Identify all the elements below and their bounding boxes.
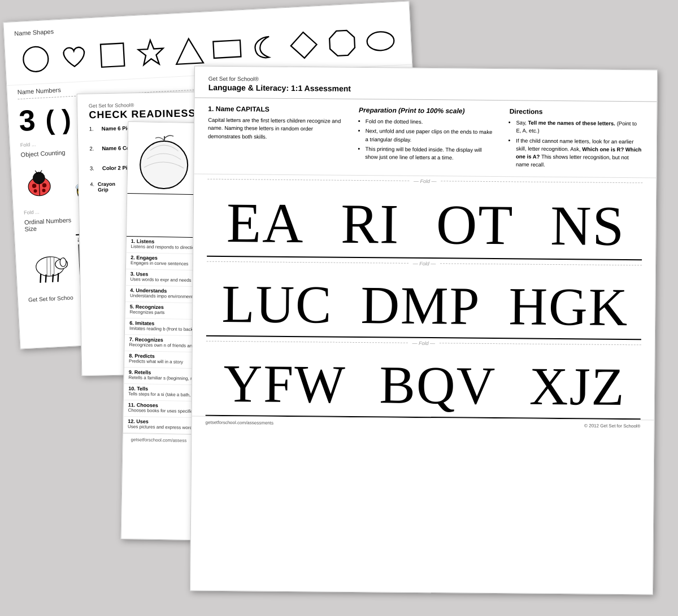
letter-T: T <box>478 196 512 254</box>
prep-item-3: This printing will be folded inside. The… <box>365 145 492 162</box>
letter-group-RI: R I <box>341 195 398 252</box>
letter-I: I <box>380 196 398 252</box>
svg-line-27 <box>45 274 46 282</box>
footer-right: © 2012 Get Set for School® <box>584 423 640 429</box>
letter-group-NS: N S <box>550 197 623 254</box>
fold-text-1: — Fold — <box>414 178 437 184</box>
svg-rect-4 <box>214 40 241 58</box>
dir-item-2: If the child cannot name letters, look f… <box>516 137 643 170</box>
letter-group-OT: O T <box>436 196 512 254</box>
svg-marker-5 <box>290 32 318 59</box>
assess-section-1-title: 1. Name CAPITALS <box>208 105 342 114</box>
shape-triangle <box>173 35 206 68</box>
page-assessment: Get Set for School® Language & Literacy:… <box>190 65 658 595</box>
ladybug-icon <box>21 165 57 201</box>
assess-section-prep: Preparation (Print to 100% scale) Fold o… <box>358 106 493 171</box>
letter-K: K <box>588 280 626 334</box>
letter-P: P <box>449 279 479 333</box>
letter-A: A <box>262 195 302 252</box>
letter-Q: Q <box>416 358 454 412</box>
assess-dir-body: Say, Tell me the names of these letters.… <box>509 119 643 170</box>
svg-rect-1 <box>101 43 124 67</box>
letter-group-HGK: H G K <box>508 279 627 334</box>
apple-area <box>135 128 193 191</box>
svg-line-29 <box>58 273 59 282</box>
svg-line-26 <box>40 274 41 283</box>
letter-G: G <box>549 279 586 334</box>
letters-section-3: Y F W B Q V X J Z <box>192 346 655 420</box>
fold-line-right-3 <box>440 343 641 345</box>
letter-group-YFW: Y F W <box>223 356 344 411</box>
assess-title-block: Language & Literacy: 1:1 Assessment <box>208 83 351 93</box>
svg-line-28 <box>52 274 53 282</box>
svg-point-33 <box>140 141 188 189</box>
letter-W: W <box>294 357 344 412</box>
footer-left: getsetforschool.com/assessments <box>206 420 274 425</box>
item2-num: 2. <box>89 145 97 151</box>
letter-M: M <box>401 278 447 333</box>
letter-H: H <box>508 279 546 334</box>
shape-oval <box>364 25 397 58</box>
assess-header: Get Set for School® Language & Literacy:… <box>195 66 657 102</box>
fold-line-right-2 <box>440 263 642 265</box>
shape-rectangle <box>211 33 244 65</box>
letter-L: L <box>221 277 254 330</box>
item3-num: 3. <box>90 165 98 171</box>
letter-group-DMP: D M P <box>360 278 479 333</box>
letters-section-1: E A R I O T N S <box>193 184 656 260</box>
item1-num: 1. <box>89 125 97 132</box>
letter-group-EA: E A <box>227 194 302 251</box>
letter-O: O <box>436 196 476 254</box>
letter-group-XJZ: X J Z <box>529 359 623 413</box>
svg-marker-3 <box>175 38 203 64</box>
assess-subtitle: Language & Literacy: 1:1 Assessment <box>208 83 351 93</box>
svg-point-25 <box>60 257 67 267</box>
letter-Y: Y <box>223 356 261 410</box>
shape-diamond <box>288 29 320 62</box>
svg-marker-2 <box>138 40 164 65</box>
letter-group-BQV: B Q V <box>379 358 494 413</box>
letter-D: D <box>360 278 398 333</box>
letter-V: V <box>456 359 494 413</box>
svg-point-7 <box>366 31 394 51</box>
assess-prep-body: Fold on the dotted lines. Next, unfold a… <box>358 117 492 162</box>
fold-text-2: — Fold — <box>413 260 436 266</box>
shape-star <box>134 37 167 69</box>
assess-section-1: 1. Name CAPITALS Capital letters are the… <box>207 105 342 169</box>
letter-B: B <box>379 358 414 412</box>
fold-text-3: — Fold — <box>412 340 436 346</box>
prep-item-1: Fold on the dotted lines. <box>366 117 493 126</box>
fold-line-right-1 <box>441 181 643 183</box>
item4-num: 4. <box>90 181 94 187</box>
assess-content-row: 1. Name CAPITALS Capital letters are the… <box>194 98 657 178</box>
assess-section-dir: Directions Say, Tell me the names of the… <box>509 107 644 172</box>
shape-crescent <box>249 31 282 64</box>
letter-Z: Z <box>591 360 623 413</box>
letter-group-LUC: L U C <box>221 277 331 331</box>
num-paren: ( ) <box>45 106 72 134</box>
letter-X: X <box>529 359 567 413</box>
fold-line-left-1 <box>207 179 409 181</box>
fold-line-left-3 <box>206 341 408 343</box>
shape-heart <box>58 41 91 73</box>
zebra-icon <box>25 243 73 285</box>
assess-dir-title: Directions <box>510 107 644 116</box>
letter-C: C <box>295 278 331 332</box>
prep-item-2: Next, unfold and use paper clips on the … <box>366 127 493 144</box>
letter-N: N <box>550 197 590 254</box>
dir-item-1: Say, Tell me the names of these letters.… <box>516 119 643 136</box>
letter-J: J <box>569 360 589 413</box>
assess-prep-title: Preparation (Print to 100% scale) <box>359 106 493 115</box>
letters-section-2: L U C D M P H G K <box>193 267 655 340</box>
svg-marker-6 <box>329 30 355 56</box>
svg-point-0 <box>23 46 49 72</box>
num-3: 3 <box>18 106 36 136</box>
shape-square <box>96 39 129 72</box>
letter-S: S <box>592 198 623 254</box>
apple-icon <box>135 128 193 191</box>
letter-R: R <box>341 195 378 252</box>
assess-section-1-body: Capital letters are the first letters ch… <box>208 116 342 142</box>
letters-row-3: Y F W B Q V X J Z <box>206 352 641 420</box>
item4-label: Crayon Grip <box>98 181 125 193</box>
check-title-text: CHECK READINESS <box>89 107 195 121</box>
